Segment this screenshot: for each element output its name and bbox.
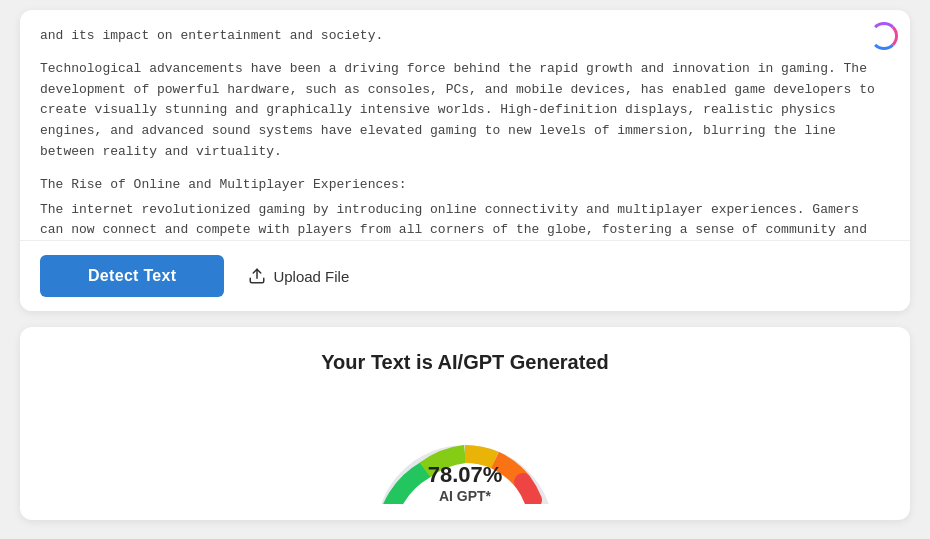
- text-body: and its impact on entertainment and soci…: [40, 26, 890, 240]
- upload-file-label: Upload File: [273, 268, 349, 285]
- loading-spinner-icon: [870, 22, 898, 50]
- text-line-2: Technological advancements have been a d…: [40, 59, 890, 163]
- gauge-percent-value: 78.07%: [428, 462, 503, 488]
- detect-text-button[interactable]: Detect Text: [40, 255, 224, 297]
- text-section-title: The Rise of Online and Multiplayer Exper…: [40, 175, 890, 196]
- gauge-chart: 78.07% AI GPT*: [365, 394, 565, 504]
- upload-file-button[interactable]: Upload File: [248, 267, 349, 285]
- text-line-1: and its impact on entertainment and soci…: [40, 26, 890, 47]
- gauge-text: 78.07% AI GPT*: [428, 462, 503, 504]
- upload-icon: [248, 267, 266, 285]
- text-line-4: The internet revolutionized gaming by in…: [40, 200, 890, 240]
- text-input-panel: and its impact on entertainment and soci…: [20, 10, 910, 311]
- result-title: Your Text is AI/GPT Generated: [321, 351, 608, 374]
- text-content-area[interactable]: and its impact on entertainment and soci…: [20, 10, 910, 240]
- action-bar: Detect Text Upload File: [20, 240, 910, 311]
- gauge-classification-label: AI GPT*: [428, 488, 503, 504]
- result-panel: Your Text is AI/GPT Generated 78.07% AI …: [20, 327, 910, 520]
